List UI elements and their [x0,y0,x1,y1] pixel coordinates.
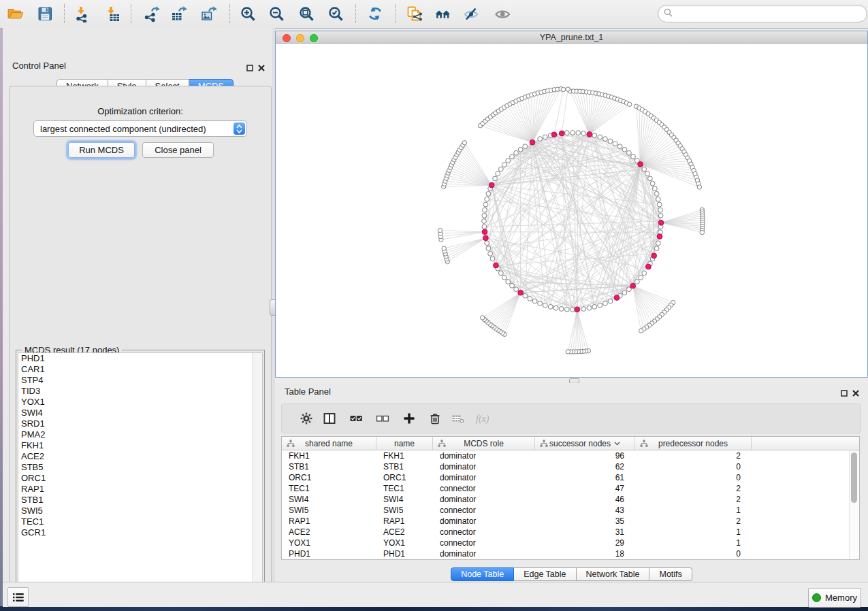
mcds-result-item[interactable]: YOX1 [18,397,262,408]
network-overview-button[interactable] [431,2,454,25]
table-cell: 47 [535,484,635,493]
float-window-icon[interactable] [841,387,848,399]
mcds-result-list[interactable]: PHD1CAR1STP4TID3YOX1SWI4SRD1PMA2FKH1ACE2… [18,352,263,597]
save-session-button[interactable] [33,2,57,25]
close-panel-button[interactable]: Close panel [142,142,214,158]
criterion-dropdown[interactable]: largest connected component (undirected) [33,120,247,137]
column-header-name[interactable]: name [376,437,433,450]
toolbar-separator [131,4,131,23]
toolbar-separator [355,4,356,23]
table-row[interactable]: TEC1TEC1connector472 [282,483,859,494]
mcds-result-item[interactable]: TID3 [18,386,262,397]
preview-eye-button[interactable] [491,2,514,25]
select-all-button[interactable] [348,410,364,427]
table-cell: dominator [433,473,535,482]
table-row[interactable]: FKH1FKH1dominator962 [282,450,859,461]
graph-ring-nodes[interactable] [438,87,705,354]
task-history-button[interactable] [7,587,29,607]
table-panel: Table Panel f(x) shared namenameMCDS rol… [275,383,868,582]
table-cell: RAP1 [376,516,433,526]
mcds-result-item[interactable]: STP4 [18,375,262,386]
import-table-button[interactable] [101,2,124,25]
column-header-predecessor-nodes[interactable]: predecessor nodes [635,437,752,450]
mcds-result-item[interactable]: STB5 [18,462,262,473]
deselect-all-button[interactable] [374,410,391,427]
table-row[interactable]: YOX1YOX1connector291 [282,538,859,548]
import-network-button[interactable] [71,2,94,25]
float-window-icon[interactable] [246,62,253,74]
zoom-in-button[interactable] [236,2,259,25]
table-panel-window-buttons [841,387,859,399]
gear-button[interactable] [298,410,315,427]
network-view-window: YPA_prune.txt_1 [275,31,868,378]
table-cell: STB1 [282,462,376,472]
mcds-result-item[interactable]: ORC1 [18,473,262,484]
export-image-button[interactable] [197,2,220,25]
table-row[interactable]: ACE2ACE2connector311 [282,527,859,538]
mcds-result-item[interactable]: PMA2 [18,429,262,440]
table-cell: connector [433,484,535,493]
search-field[interactable] [658,5,867,22]
network-graph-canvas[interactable] [276,44,867,377]
table-row[interactable]: SWI4SWI4dominator462 [282,494,859,505]
hierarchy-icon [540,440,548,448]
zoom-selected-button[interactable] [324,2,347,25]
delete-column-icon [428,412,442,425]
delete-column-button[interactable] [427,410,443,427]
mcds-result-item[interactable]: STB1 [18,495,262,506]
table-scrollbar[interactable] [849,450,858,559]
close-panel-icon[interactable] [258,62,265,74]
table-scrollbar-thumb[interactable] [851,452,857,503]
node-table-header: shared namenameMCDS rolesuccessor nodesp… [282,437,859,450]
open-file-button[interactable] [3,2,27,25]
svg-text:f(x): f(x) [476,414,489,425]
table-row[interactable]: SWI5SWI5connector431 [282,505,859,516]
refresh-button[interactable] [364,2,387,25]
criterion-dropdown-value: largest connected component (undirected) [34,124,234,134]
mcds-result-item[interactable]: GCR1 [18,527,262,538]
table-cell: 46 [535,495,635,504]
zoom-fit-button[interactable] [295,2,318,25]
mcds-result-item[interactable]: RAP1 [18,484,262,495]
column-header-MCDS-role[interactable]: MCDS role [433,437,535,450]
tab-edge-table[interactable]: Edge Table [514,567,576,581]
mcds-result-item[interactable]: SWI4 [18,408,262,418]
tab-network-table[interactable]: Network Table [577,567,650,581]
run-mcds-button[interactable]: Run MCDS [68,142,135,158]
table-cell: dominator [433,451,535,461]
add-column-button[interactable] [401,410,417,427]
table-row[interactable]: ORC1ORC1dominator610 [282,472,859,483]
table-cell: 2 [635,516,752,526]
mcds-result-item[interactable]: FKH1 [18,440,262,451]
table-cell: connector [433,538,535,548]
table-cell: 2 [635,484,752,493]
mcds-result-item[interactable]: ACE2 [18,451,262,462]
mcds-result-item[interactable]: PHD1 [18,353,262,364]
column-header-shared-name[interactable]: shared name [282,437,376,450]
search-input[interactable] [675,7,867,20]
column-header-successor-nodes[interactable]: successor nodes [535,437,635,450]
table-row[interactable]: RAP1RAP1dominator352 [282,516,859,527]
network-window-titlebar[interactable]: YPA_prune.txt_1 [276,31,867,44]
toggle-visibility-button[interactable] [460,2,483,25]
table-row[interactable]: STB1STB1dominator620 [282,461,859,472]
hierarchy-icon [640,440,648,448]
split-panel-button[interactable] [321,410,338,427]
deselect-all-icon [376,412,389,425]
mcds-result-item[interactable]: SRD1 [18,418,262,429]
table-row[interactable]: PHD1PHD1dominator180 [282,548,859,559]
tab-motifs[interactable]: Motifs [649,567,692,581]
export-network-button[interactable] [140,2,163,25]
memory-button[interactable]: Memory [808,588,861,608]
zoom-out-button[interactable] [265,2,288,25]
add-column-icon [402,412,416,425]
export-table-button[interactable] [167,2,190,25]
mcds-result-item[interactable]: CAR1 [18,364,262,375]
close-panel-icon[interactable] [852,387,859,399]
table-cell: FKH1 [376,451,433,461]
mcds-result-item[interactable]: TEC1 [18,516,262,527]
clone-network-button[interactable] [402,2,425,25]
mcds-list-scrollbar[interactable] [252,353,262,596]
tab-node-table[interactable]: Node Table [451,567,514,581]
mcds-result-item[interactable]: SWI5 [18,506,262,516]
